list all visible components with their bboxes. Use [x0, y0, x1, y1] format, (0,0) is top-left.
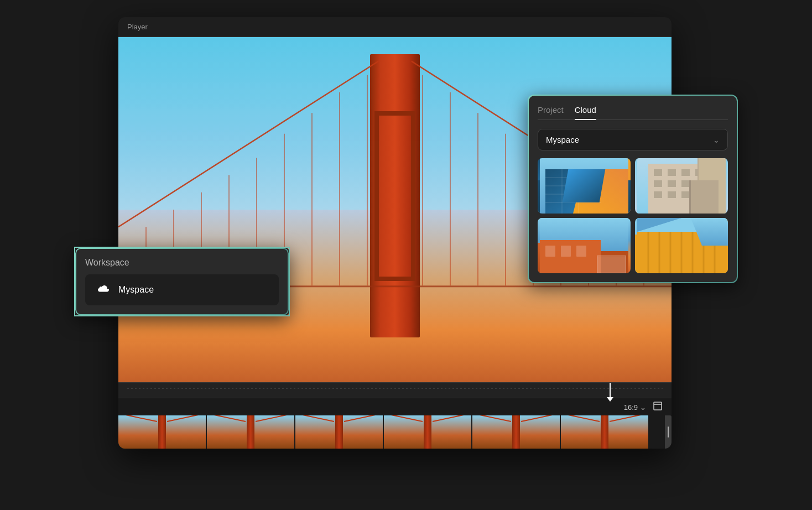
media-thumb-2[interactable] — [635, 158, 728, 214]
thumbnail-strip[interactable] — [118, 415, 672, 449]
svg-rect-44 — [668, 191, 676, 198]
aspect-ratio-button[interactable]: 16:9 ⌄ — [624, 403, 646, 412]
gold-building-svg — [635, 218, 728, 273]
beige-building-thumb — [635, 158, 728, 214]
svg-rect-22 — [654, 402, 662, 410]
handle-line-right — [668, 426, 669, 438]
svg-marker-26 — [573, 169, 628, 214]
media-thumb-4[interactable] — [635, 218, 728, 273]
timeline-ruler[interactable] — [118, 383, 672, 398]
workspace-popup-inner: Workspace Myspace — [75, 248, 289, 315]
tab-project[interactable]: Project — [538, 105, 564, 120]
thumb-bridge-6 — [561, 415, 648, 449]
aspect-ratio-chevron-icon: ⌄ — [640, 403, 646, 412]
beige-building-svg — [635, 158, 728, 214]
thumb-frame-5 — [472, 415, 561, 449]
thumb-bridge-4 — [384, 415, 471, 449]
svg-rect-47 — [698, 158, 726, 214]
svg-rect-45 — [681, 191, 690, 198]
svg-rect-53 — [576, 246, 586, 257]
svg-rect-43 — [654, 191, 662, 198]
playhead[interactable] — [610, 383, 611, 398]
thumb-bridge-5 — [472, 415, 560, 449]
svg-rect-54 — [601, 251, 628, 273]
svg-rect-36 — [668, 169, 676, 176]
thumb-frame-6 — [561, 415, 649, 449]
thumb-bridge-3 — [295, 415, 383, 449]
cloud-panel: Project Cloud Myspace ⌄ — [528, 95, 738, 283]
svg-rect-42 — [695, 180, 704, 187]
fullscreen-button[interactable] — [653, 401, 663, 413]
svg-rect-46 — [695, 191, 704, 198]
tab-cloud[interactable]: Cloud — [575, 105, 596, 120]
gold-building-thumb — [635, 218, 728, 273]
media-grid — [538, 158, 728, 273]
svg-rect-51 — [545, 246, 555, 257]
blue-building-thumb — [538, 158, 631, 214]
timeline-ticks — [127, 388, 663, 393]
thumb-bridge-2 — [207, 415, 294, 449]
workspace-cloud-icon — [94, 281, 112, 299]
player-titlebar: Player — [118, 17, 672, 37]
thumb-bridge-1 — [118, 415, 206, 449]
workspace-popup: Workspace Myspace — [74, 247, 290, 316]
media-thumb-1[interactable] — [538, 158, 631, 214]
scene: Player — [74, 17, 738, 493]
timeline-controls: 16:9 ⌄ — [118, 398, 672, 416]
thumb-frame-2 — [207, 415, 295, 449]
svg-rect-41 — [681, 180, 690, 187]
svg-rect-52 — [561, 246, 571, 257]
svg-rect-35 — [654, 169, 662, 176]
svg-rect-37 — [681, 169, 690, 176]
cloud-dropdown[interactable]: Myspace ⌄ — [538, 129, 728, 150]
thumb-frame-4 — [384, 415, 472, 449]
fullscreen-icon — [653, 403, 663, 413]
tick-marks-svg — [127, 388, 663, 393]
workspace-title: Workspace — [85, 258, 279, 268]
workspace-myspace-name: Myspace — [118, 285, 154, 295]
aspect-ratio-label: 16:9 — [624, 403, 638, 412]
orange-building-thumb — [538, 218, 631, 273]
thumb-frame-3 — [295, 415, 384, 449]
blue-building-svg — [538, 158, 631, 214]
svg-rect-39 — [654, 180, 662, 187]
cloud-svg-icon — [95, 284, 111, 296]
player-title: Player — [127, 23, 148, 31]
dropdown-value: Myspace — [546, 135, 579, 144]
bridge-tower — [370, 54, 420, 337]
timeline-area: 16:9 ⌄ — [118, 382, 672, 449]
thumb-frame-1 — [118, 415, 207, 449]
panel-tabs: Project Cloud — [538, 105, 728, 120]
workspace-myspace-item[interactable]: Myspace — [85, 274, 279, 305]
media-thumb-3[interactable] — [538, 218, 631, 273]
svg-rect-40 — [668, 180, 676, 187]
dropdown-chevron-icon: ⌄ — [713, 136, 720, 144]
strip-handle-right[interactable] — [665, 415, 672, 449]
orange-building-svg — [538, 218, 631, 273]
